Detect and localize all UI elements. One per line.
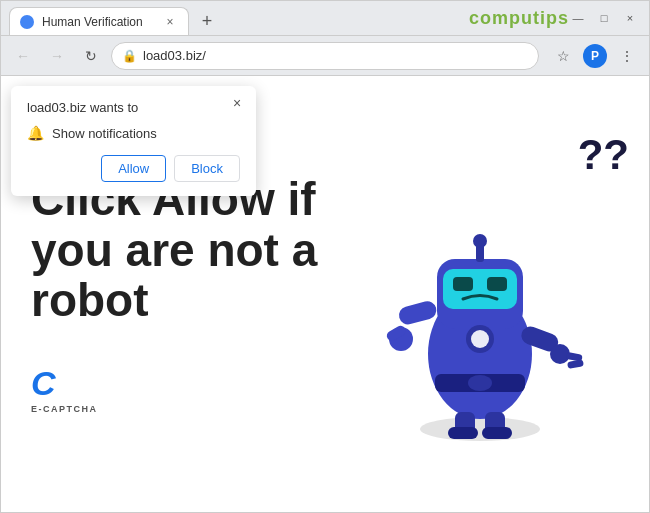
minimize-button[interactable]: — — [567, 7, 589, 29]
new-tab-button[interactable]: + — [193, 7, 221, 35]
popup-buttons: Allow Block — [27, 155, 240, 182]
url-text: load03.biz/ — [143, 48, 528, 63]
svg-rect-6 — [453, 277, 473, 291]
captcha-area: C E-CAPTCHA — [31, 366, 341, 414]
popup-header-text: load03.biz wants to — [27, 100, 240, 115]
popup-notification-text: Show notifications — [52, 126, 157, 141]
main-heading: Click Allow if you are not a robot — [31, 174, 341, 326]
page-content: Click Allow if you are not a robot C E-C… — [1, 76, 649, 512]
svg-rect-7 — [487, 277, 507, 291]
back-button[interactable]: ← — [9, 42, 37, 70]
bell-icon: 🔔 — [27, 125, 44, 141]
active-tab[interactable]: Human Verification × — [9, 7, 189, 35]
main-text-area: Click Allow if you are not a robot C E-C… — [31, 174, 341, 414]
svg-rect-21 — [448, 427, 478, 439]
bookmark-icon[interactable]: ☆ — [549, 42, 577, 70]
captcha-label: E-CAPTCHA — [31, 404, 98, 414]
popup-notification-row: 🔔 Show notifications — [27, 125, 240, 141]
title-bar: Human Verification × + computips — □ × — [1, 1, 649, 36]
tab-close-button[interactable]: × — [162, 14, 178, 30]
browser-window: Human Verification × + computips — □ × ←… — [0, 0, 650, 513]
maximize-button[interactable]: □ — [593, 7, 615, 29]
tab-favicon — [20, 15, 34, 29]
tab-title: Human Verification — [42, 15, 154, 29]
menu-button[interactable]: ⋮ — [613, 42, 641, 70]
svg-point-9 — [473, 234, 487, 248]
toolbar-icons: ☆ P ⋮ — [549, 42, 641, 70]
robot-illustration — [375, 144, 585, 444]
window-controls: — □ × — [567, 7, 641, 29]
svg-point-18 — [471, 330, 489, 348]
allow-button[interactable]: Allow — [101, 155, 166, 182]
robot-area: ?? — [341, 144, 619, 444]
close-window-button[interactable]: × — [619, 7, 641, 29]
svg-rect-10 — [397, 299, 438, 326]
lock-icon: 🔒 — [122, 49, 137, 63]
question-marks: ?? — [578, 134, 629, 176]
svg-point-3 — [468, 375, 492, 391]
notification-popup: × load03.biz wants to 🔔 Show notificatio… — [11, 86, 256, 196]
url-bar[interactable]: 🔒 load03.biz/ — [111, 42, 539, 70]
svg-point-0 — [420, 417, 540, 441]
profile-avatar: P — [583, 44, 607, 68]
captcha-logo-letter: C — [31, 366, 56, 400]
svg-rect-16 — [567, 359, 584, 369]
svg-rect-22 — [482, 427, 512, 439]
block-button[interactable]: Block — [174, 155, 240, 182]
brand-name: computips — [469, 8, 569, 29]
address-bar: ← → ↻ 🔒 load03.biz/ ☆ P ⋮ — [1, 36, 649, 76]
profile-button[interactable]: P — [581, 42, 609, 70]
forward-button[interactable]: → — [43, 42, 71, 70]
refresh-button[interactable]: ↻ — [77, 42, 105, 70]
popup-close-button[interactable]: × — [228, 94, 246, 112]
svg-point-14 — [550, 344, 570, 364]
